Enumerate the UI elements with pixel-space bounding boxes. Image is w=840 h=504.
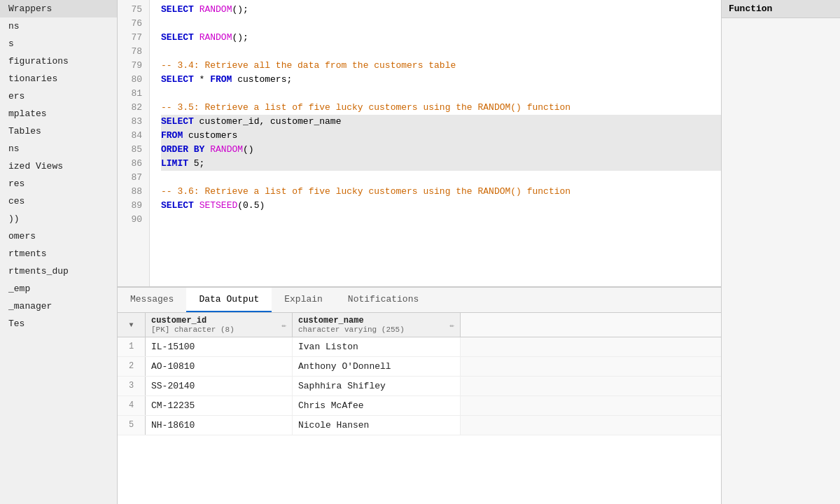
grid-body: 1 IL-15100 Ivan Liston 2 AO-10810 Anthon… <box>118 337 721 504</box>
cell-id-4: CM-12235 <box>146 396 293 415</box>
sidebar-item-ns[interactable]: ns <box>0 18 117 35</box>
cell-name-2: Anthony O'Donnell <box>293 357 461 376</box>
code-line-90 <box>161 213 721 227</box>
col-info-customer-name: customer_name character varying (255) <box>298 316 405 334</box>
row-num-3: 3 <box>118 377 146 396</box>
cell-name-3: Saphhira Shifley <box>293 377 461 396</box>
sidebar-item-tionaries[interactable]: tionaries <box>0 70 117 88</box>
tab-data-output[interactable]: Data Output <box>186 288 272 312</box>
sidebar-item-rtments[interactable]: rtments <box>0 245 117 262</box>
code-line-82: -- 3.5: Retrieve a list of five lucky cu… <box>161 101 721 115</box>
col-type-customer-name: character varying (255) <box>298 326 405 334</box>
cell-id-2: AO-10810 <box>146 357 293 376</box>
line-numbers: 75 76 77 78 79 80 81 82 83 84 85 86 87 8… <box>118 0 150 286</box>
edit-icon-customer-name[interactable]: ✏ <box>449 321 454 330</box>
row-num-4: 4 <box>118 396 146 415</box>
cell-id-5: NH-18610 <box>146 416 293 435</box>
code-line-88: -- 3.6: Retrieve a list of five lucky cu… <box>161 185 721 199</box>
col-header-customer-id: customer_id [PK] character (8) ✏ <box>146 313 293 337</box>
code-line-83: SELECT customer_id, customer_name <box>161 115 721 129</box>
col-info-customer-id: customer_id [PK] character (8) <box>151 316 234 334</box>
cell-empty-1 <box>461 337 721 356</box>
code-line-78 <box>161 45 721 59</box>
code-line-75: SELECT RANDOM(); <box>161 3 721 17</box>
sidebar-item-wrappers[interactable]: Wrappers <box>0 0 117 18</box>
cell-name-5: Nicole Hansen <box>293 416 461 435</box>
code-line-87 <box>161 171 721 185</box>
tabs-bar: Messages Data Output Explain Notificatio… <box>118 288 721 313</box>
edit-icon-customer-id[interactable]: ✏ <box>281 321 286 330</box>
code-line-81 <box>161 87 721 101</box>
sidebar-item-ces[interactable]: ces <box>0 192 117 210</box>
code-content[interactable]: SELECT RANDOM(); SELECT RANDOM(); -- 3.4… <box>150 0 721 286</box>
code-line-76 <box>161 17 721 31</box>
row-num-5: 5 <box>118 416 146 435</box>
code-line-84: FROM customers <box>161 129 721 143</box>
grid-header: ▼ customer_id [PK] character (8) ✏ custo… <box>118 313 721 337</box>
col-name-customer-name: customer_name <box>298 316 405 326</box>
code-editor: 75 76 77 78 79 80 81 82 83 84 85 86 87 8… <box>118 0 721 287</box>
col-empty-header <box>461 313 721 337</box>
table-row[interactable]: 5 NH-18610 Nicole Hansen <box>118 416 721 435</box>
cell-empty-4 <box>461 396 721 415</box>
col-name-customer-id: customer_id <box>151 316 234 326</box>
code-line-79: -- 3.4: Retrieve all the data from the c… <box>161 59 721 73</box>
data-grid: ▼ customer_id [PK] character (8) ✏ custo… <box>118 313 721 504</box>
tab-explain[interactable]: Explain <box>272 288 335 312</box>
sidebar-item-manager[interactable]: _manager <box>0 298 117 315</box>
table-row[interactable]: 3 SS-20140 Saphhira Shifley <box>118 377 721 396</box>
sidebar-item-figurations[interactable]: figurations <box>0 52 117 70</box>
cell-id-3: SS-20140 <box>146 377 293 396</box>
sidebar-item-emp[interactable]: _emp <box>0 280 117 298</box>
cell-name-1: Ivan Liston <box>293 337 461 356</box>
col-type-customer-id: [PK] character (8) <box>151 326 234 334</box>
cell-empty-5 <box>461 416 721 435</box>
sidebar-item-tables[interactable]: Tables <box>0 122 117 140</box>
cell-name-4: Chris McAfee <box>293 396 461 415</box>
tab-messages[interactable]: Messages <box>118 288 186 312</box>
cell-empty-3 <box>461 377 721 396</box>
code-line-85: ORDER BY RANDOM() <box>161 143 721 157</box>
cell-id-1: IL-15100 <box>146 337 293 356</box>
code-line-80: SELECT * FROM customers; <box>161 73 721 87</box>
code-line-86: LIMIT 5; <box>161 157 721 171</box>
bottom-panel: Messages Data Output Explain Notificatio… <box>118 287 721 504</box>
sidebar-item-res[interactable]: res <box>0 175 117 192</box>
tab-notifications[interactable]: Notifications <box>335 288 431 312</box>
main-panel: 75 76 77 78 79 80 81 82 83 84 85 86 87 8… <box>118 0 721 504</box>
table-row[interactable]: 2 AO-10810 Anthony O'Donnell <box>118 357 721 377</box>
sidebar-item-ns2[interactable]: ns <box>0 140 117 158</box>
sort-icon: ▼ <box>129 321 133 329</box>
row-num-2: 2 <box>118 357 146 376</box>
sidebar-item-pp[interactable]: )) <box>0 210 117 227</box>
right-panel: Function <box>721 0 840 504</box>
row-num-header: ▼ <box>118 313 146 337</box>
sidebar-item-ers[interactable]: ers <box>0 88 117 105</box>
sidebar-item-mplates[interactable]: mplates <box>0 105 117 122</box>
right-panel-header: Function <box>722 0 840 18</box>
table-row[interactable]: 1 IL-15100 Ivan Liston <box>118 337 721 357</box>
sidebar-item-tes[interactable]: Tes <box>0 315 117 332</box>
row-num-1: 1 <box>118 337 146 356</box>
col-header-customer-name: customer_name character varying (255) ✏ <box>293 313 461 337</box>
sidebar-item-rtments-dup[interactable]: rtments_dup <box>0 262 117 280</box>
code-line-77: SELECT RANDOM(); <box>161 31 721 45</box>
table-row[interactable]: 4 CM-12235 Chris McAfee <box>118 396 721 416</box>
sidebar-item-ized-views[interactable]: ized Views <box>0 158 117 175</box>
sidebar: Wrappers ns s figurations tionaries ers … <box>0 0 118 504</box>
cell-empty-2 <box>461 357 721 376</box>
sidebar-item-s[interactable]: s <box>0 35 117 52</box>
code-line-89: SELECT SETSEED(0.5) <box>161 199 721 213</box>
sidebar-item-omers[interactable]: omers <box>0 227 117 245</box>
